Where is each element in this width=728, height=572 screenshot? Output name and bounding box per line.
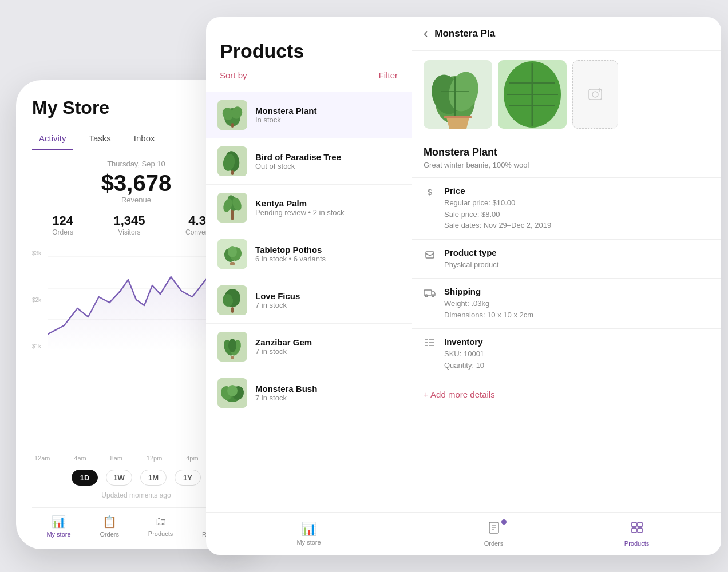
product-thumb-0 (217, 100, 247, 130)
add-more-details-button[interactable]: + Add more details (412, 379, 721, 410)
products-panel: Products Sort by Filter (206, 17, 412, 555)
product-item-tabletop-pothos[interactable]: Tabletop Pothos 6 in stock • 6 variants (206, 231, 412, 277)
products-icon-svg (630, 521, 644, 534)
plant-svg-4 (217, 285, 247, 315)
svg-point-20 (228, 246, 237, 257)
svg-rect-21 (230, 262, 235, 265)
product-name-3: Tabletop Pothos (255, 245, 400, 255)
phone-nav-products[interactable]: 🗂 Products (148, 515, 173, 538)
inventory-icon (424, 338, 436, 350)
svg-point-29 (228, 339, 236, 352)
plant-svg-6 (217, 378, 247, 408)
x-label-8am: 8am (110, 455, 122, 462)
product-name-1: Bird of Paradise Tree (255, 152, 400, 162)
inventory-sku: SKU: 10001 (444, 348, 484, 360)
svg-point-35 (227, 385, 238, 396)
detail-image-2[interactable] (498, 60, 567, 129)
detail-header-title: Monstera Pla (434, 28, 495, 39)
time-btn-1d[interactable]: 1D (72, 470, 98, 486)
product-item-kentya-palm[interactable]: Kentya Palm Pending review • 2 in stock (206, 185, 412, 231)
svg-rect-54 (426, 252, 434, 258)
detail-nav-products[interactable]: Products (624, 521, 649, 547)
x-label-12am: 12am (34, 455, 50, 462)
product-type-value: Physical product (444, 259, 498, 271)
x-label-4am: 4am (74, 455, 86, 462)
product-name-5: Zanzibar Gem (255, 337, 400, 347)
detail-nav-orders-label: Orders (484, 540, 504, 547)
y-label-1k: $1k (32, 343, 41, 349)
time-btn-1w[interactable]: 1W (106, 470, 132, 486)
plant-svg-3 (217, 239, 247, 269)
product-stock-2: Pending review • 2 in stock (255, 208, 400, 217)
product-info-4: Love Ficus 7 in stock (255, 291, 400, 309)
product-name-6: Monstera Bush (255, 384, 400, 394)
detail-bottom-nav: Orders Products (412, 512, 721, 555)
y-label-3k: $3k (32, 250, 41, 256)
plant-svg-5 (217, 332, 247, 362)
product-info-2: Kentya Palm Pending review • 2 in stock (255, 198, 400, 217)
inventory-title: Inventory (444, 337, 484, 347)
detail-orders-icon (487, 521, 501, 538)
shipping-icon (424, 288, 436, 300)
tab-tasks[interactable]: Tasks (82, 129, 118, 150)
tablet-device: Products Sort by Filter (206, 17, 721, 555)
detail-panel: ‹ Monstera Pla (412, 17, 721, 555)
tab-activity[interactable]: Activity (32, 129, 73, 150)
detail-product-name: Monstera Plant (412, 138, 721, 161)
products-list: Monstera Plant In stock Bird of Paradise… (206, 92, 412, 512)
time-btn-1y[interactable]: 1Y (175, 470, 201, 486)
svg-rect-42 (444, 116, 472, 118)
products-icon: 🗂 (155, 515, 167, 528)
svg-rect-70 (632, 528, 636, 533)
detail-section-product-type: Product type Physical product (412, 240, 721, 279)
product-item-zanzibar-gem[interactable]: Zanzibar Gem 7 in stock (206, 324, 412, 370)
svg-rect-30 (231, 356, 234, 359)
product-thumb-6 (217, 378, 247, 408)
product-stock-1: Out of stock (255, 162, 400, 170)
product-info-3: Tabletop Pothos 6 in stock • 6 variants (255, 245, 400, 263)
phone-nav-orders[interactable]: 📋 Orders (100, 515, 119, 538)
product-thumb-2 (217, 193, 247, 223)
product-thumb-5 (217, 332, 247, 362)
detail-image-1[interactable] (424, 60, 492, 129)
product-thumb-3 (217, 239, 247, 269)
plant-svg-1 (217, 146, 247, 176)
product-type-icon (424, 249, 436, 262)
phone-nav-mystore[interactable]: 📊 My store (46, 515, 70, 538)
time-btn-1m[interactable]: 1M (140, 470, 167, 486)
sort-by-button[interactable]: Sort by (220, 70, 247, 80)
detail-nav-orders[interactable]: Orders (484, 521, 504, 547)
product-name-4: Love Ficus (255, 291, 400, 301)
product-info-6: Monstera Bush 7 in stock (255, 384, 400, 402)
phone-nav-orders-label: Orders (100, 531, 119, 538)
products-title: Products (220, 40, 398, 62)
svg-rect-71 (638, 528, 642, 533)
x-label-12pm: 12pm (147, 455, 163, 462)
filter-button[interactable]: Filter (379, 70, 398, 80)
panel-nav-mystore[interactable]: 📊 My store (296, 522, 321, 546)
shipping-dimensions: Dimensions: 10 x 10 x 2cm (444, 309, 533, 321)
x-label-4pm: 4pm (186, 455, 198, 462)
product-info-5: Zanzibar Gem 7 in stock (255, 337, 400, 356)
add-photo-icon (587, 86, 603, 102)
y-label-2k: $2k (32, 297, 41, 303)
detail-section-shipping: Shipping Weight: .03kg Dimensions: 10 x … (412, 279, 721, 329)
inventory-quantity: Quantity: 10 (444, 360, 484, 371)
product-info-1: Bird of Paradise Tree Out of stock (255, 152, 400, 170)
add-image-button[interactable] (572, 60, 618, 129)
product-item-monstera-bush[interactable]: Monstera Bush 7 in stock (206, 370, 412, 416)
price-regular: Regular price: $10.00 (444, 197, 551, 209)
mystore-icon: 📊 (52, 515, 66, 529)
product-item-bird-of-paradise[interactable]: Bird of Paradise Tree Out of stock (206, 138, 412, 185)
stat-orders: 124 Orders (52, 213, 73, 236)
product-item-love-ficus[interactable]: Love Ficus 7 in stock (206, 277, 412, 324)
panel-mystore-icon: 📊 (301, 522, 316, 537)
tab-inbox[interactable]: Inbox (127, 129, 162, 150)
svg-text:$: $ (428, 188, 432, 197)
product-type-content: Product type Physical product (444, 248, 498, 271)
product-info-0: Monstera Plant In stock (255, 106, 400, 124)
detail-section-inventory: Inventory SKU: 10001 Quantity: 10 (412, 329, 721, 379)
detail-product-desc: Great winter beanie, 100% wool (412, 161, 721, 178)
back-button[interactable]: ‹ (424, 26, 428, 41)
product-item-monstera-plant[interactable]: Monstera Plant In stock (206, 92, 412, 138)
